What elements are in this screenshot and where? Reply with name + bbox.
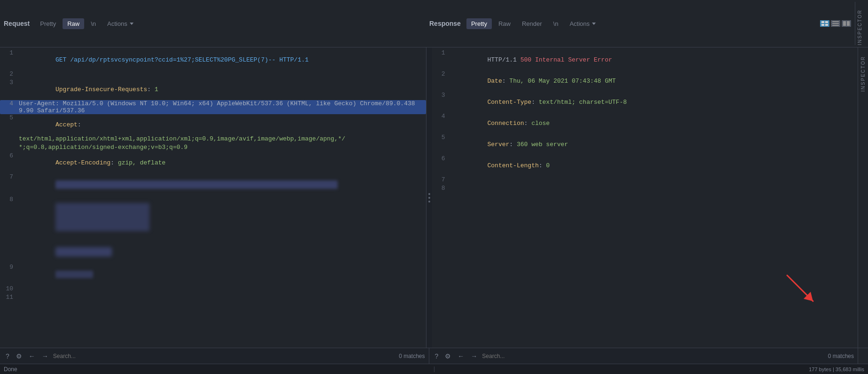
list-view-icon[interactable]	[831, 20, 840, 27]
svg-rect-2	[821, 24, 824, 26]
resp-connection-colon: :	[524, 120, 532, 127]
pane-divider[interactable]	[426, 47, 432, 348]
view-mode-icons	[820, 20, 851, 27]
response-line-content-1: HTTP/1.1 500 Internal Server Error	[451, 49, 854, 70]
request-settings-button[interactable]: ⚙	[14, 351, 24, 361]
response-help-button[interactable]: ?	[433, 351, 441, 361]
tab-n-response[interactable]: \n	[549, 18, 563, 29]
divider-dot-3	[428, 201, 430, 203]
inspector-panel: INSPECTOR	[858, 47, 868, 348]
actions-chevron-response	[592, 23, 596, 25]
done-status: Done	[4, 366, 17, 373]
line-num-5b	[4, 135, 13, 144]
request-line-content-9	[19, 264, 422, 285]
line-num-4: 4	[4, 100, 13, 114]
request-line-4: 4 User-Agent: Mozilla/5.0 (Windows NT 10…	[0, 100, 426, 114]
inspector-label: INSPECTOR	[857, 9, 862, 45]
response-line-4: 4 Connection: close	[432, 113, 858, 134]
line-num-9: 9	[4, 264, 13, 285]
request-matches-count: 0 matches	[399, 353, 425, 359]
grid-svg-icon	[821, 21, 828, 26]
request-code-area[interactable]: 1 GET /api/dp/rptsvcsyncpoint?ccid=1%27;…	[0, 47, 426, 348]
resp-content-type-colon: :	[531, 99, 539, 106]
request-line-content-7	[19, 173, 422, 196]
request-line-7: 7	[0, 173, 426, 196]
actions-button-response[interactable]: Actions	[565, 18, 600, 29]
top-header-bar: Request Pretty Raw \n Actions Response P…	[0, 0, 868, 47]
request-search-bar: ? ⚙ ← → 0 matches	[0, 348, 429, 364]
response-line-content-8	[451, 185, 854, 193]
request-prev-button[interactable]: ←	[27, 351, 37, 361]
line-num-8b	[4, 240, 13, 264]
response-info: 177 bytes | 35,683 millis	[809, 366, 864, 372]
request-line-content-8b	[19, 240, 422, 264]
request-help-button[interactable]: ?	[4, 351, 11, 361]
bottom-left: Done	[0, 366, 434, 373]
resp-line-num-1: 1	[436, 49, 445, 70]
request-line-content-6: Accept-Encoding: gzip, deflate	[19, 152, 422, 173]
response-header-section: Response Pretty Raw Render \n Actions	[429, 18, 851, 29]
request-line-content-1: GET /api/dp/rptsvcsyncpoint?ccid=1%27;SE…	[19, 49, 422, 70]
response-line-content-5: Server: 360 web server	[451, 134, 854, 155]
request-line-content-2	[19, 70, 422, 79]
tab-raw-request[interactable]: Raw	[63, 18, 84, 29]
request-line-content-5: Accept:	[19, 114, 422, 135]
response-title: Response	[429, 20, 461, 27]
line-num-3: 3	[4, 79, 13, 100]
response-line-1: 1 HTTP/1.1 500 Internal Server Error	[432, 49, 858, 70]
svg-rect-8	[847, 21, 850, 26]
svg-rect-7	[843, 21, 846, 26]
response-settings-button[interactable]: ⚙	[443, 351, 453, 361]
line-num-1: 1	[4, 49, 13, 70]
request-line-content-10	[19, 285, 422, 294]
resp-http-version: HTTP/1.1	[488, 56, 521, 63]
request-line-content-8	[19, 196, 422, 240]
request-next-button[interactable]: →	[40, 351, 50, 361]
tab-render-response[interactable]: Render	[517, 18, 547, 29]
svg-rect-1	[825, 21, 828, 23]
request-search-input[interactable]	[53, 353, 396, 359]
response-line-2: 2 Date: Thu, 06 May 2021 07:43:48 GMT	[432, 70, 858, 92]
request-blurred-8	[55, 203, 150, 231]
request-line-11: 11	[0, 294, 426, 302]
line-num-5: 5	[4, 114, 13, 135]
tab-raw-response[interactable]: Raw	[494, 18, 515, 29]
split-view-icon[interactable]	[842, 20, 851, 27]
grid-view-icon[interactable]	[820, 20, 829, 27]
resp-date-name: Date	[488, 78, 502, 85]
request-line-content-5b: text/html,application/xhtml+xml,applicat…	[19, 135, 422, 144]
resp-connection-name: Connection	[488, 120, 524, 127]
resp-date-val: Thu, 06 May 2021 07:43:48 GMT	[509, 78, 615, 85]
response-line-3: 3 Content-Type: text/html; charset=UTF-8	[432, 92, 858, 113]
svg-rect-3	[825, 24, 828, 26]
split-svg-icon	[843, 21, 850, 26]
resp-server-colon: :	[509, 141, 517, 148]
line-num-7: 7	[4, 173, 13, 196]
response-line-5: 5 Server: 360 web server	[432, 134, 858, 155]
request-line-content-4: User-Agent: Mozilla/5.0 (Windows NT 10.0…	[19, 100, 422, 114]
resp-connection-val: close	[531, 120, 550, 127]
response-prev-button[interactable]: ←	[456, 351, 466, 361]
actions-button-request[interactable]: Actions	[103, 18, 138, 29]
tab-pretty-request[interactable]: Pretty	[35, 18, 61, 29]
request-line-content-11	[19, 294, 422, 302]
request-header-encoding-name: Accept-Encoding	[55, 159, 110, 166]
resp-server-val: 360 web server	[517, 141, 568, 148]
actions-label-response: Actions	[569, 20, 590, 27]
response-next-button[interactable]: →	[469, 351, 479, 361]
tab-pretty-response[interactable]: Pretty	[466, 18, 492, 29]
line-num-8: 8	[4, 196, 13, 240]
response-line-7: 7	[432, 176, 858, 185]
actions-chevron-request	[130, 23, 134, 25]
resp-content-length-name: Content-Length	[488, 162, 539, 169]
panes-wrapper: 1 GET /api/dp/rptsvcsyncpoint?ccid=1%27;…	[0, 47, 868, 348]
resp-date-colon: :	[502, 78, 510, 85]
divider-dots	[428, 193, 430, 203]
response-line-content-7	[451, 176, 854, 185]
svg-rect-6	[832, 25, 839, 26]
response-line-content-2: Date: Thu, 06 May 2021 07:43:48 GMT	[451, 70, 854, 92]
request-line-5: 5 Accept:	[0, 114, 426, 135]
response-search-input[interactable]	[482, 353, 825, 359]
response-code-area[interactable]: 1 HTTP/1.1 500 Internal Server Error 2 D…	[432, 47, 858, 348]
tab-n-request[interactable]: \n	[86, 18, 101, 29]
